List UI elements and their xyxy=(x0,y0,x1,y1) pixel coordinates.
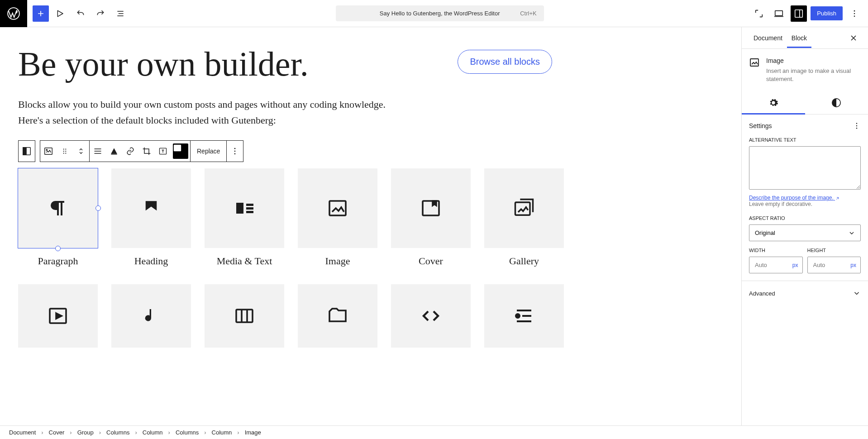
settings-sidebar: Document Block Image Insert an image to … xyxy=(741,27,868,425)
add-block-button[interactable] xyxy=(33,5,49,22)
drag-handle[interactable] xyxy=(57,141,73,162)
svg-point-5 xyxy=(854,15,855,17)
block-label: Image xyxy=(325,255,350,267)
command-shortcut: Ctrl+K xyxy=(520,10,536,17)
svg-point-13 xyxy=(65,150,66,151)
svg-rect-7 xyxy=(23,147,26,155)
tab-block[interactable]: Block xyxy=(787,28,811,48)
svg-rect-23 xyxy=(236,203,243,214)
alt-help-link[interactable]: Describe the purpose of the image. xyxy=(749,195,840,201)
svg-point-9 xyxy=(46,149,47,150)
caption-button[interactable] xyxy=(106,141,122,162)
svg-point-15 xyxy=(65,153,66,153)
svg-rect-33 xyxy=(750,59,758,66)
crop-button[interactable] xyxy=(138,141,155,162)
image-icon xyxy=(749,57,760,83)
close-sidebar-button[interactable] xyxy=(846,31,861,45)
block-card-list[interactable] xyxy=(484,284,564,348)
svg-point-11 xyxy=(65,148,66,149)
wordpress-logo[interactable] xyxy=(0,0,27,27)
svg-point-10 xyxy=(63,148,64,149)
text-overlay-button[interactable] xyxy=(155,141,171,162)
settings-toggle-button[interactable] xyxy=(791,5,807,22)
block-more-button[interactable] xyxy=(227,141,243,162)
tab-document[interactable]: Document xyxy=(749,28,787,48)
block-label: Media & Text xyxy=(217,255,272,267)
svg-point-36 xyxy=(856,125,857,126)
block-card-gallery[interactable]: Gallery xyxy=(484,168,564,267)
block-card-paragraph[interactable]: Paragraph xyxy=(18,168,98,267)
block-label: Paragraph xyxy=(38,255,78,267)
breadcrumb-item[interactable]: Column xyxy=(143,429,163,436)
block-card-heading[interactable]: Heading xyxy=(111,168,191,267)
browse-all-blocks-button[interactable]: Browse all blocks xyxy=(458,50,552,74)
svg-point-32 xyxy=(516,314,520,318)
move-up-down-button[interactable] xyxy=(73,141,89,162)
align-button[interactable] xyxy=(90,141,106,162)
svg-rect-8 xyxy=(45,148,52,154)
svg-rect-31 xyxy=(236,310,253,322)
intro-paragraph-1[interactable]: Blocks allow you to build your own custo… xyxy=(18,97,552,112)
svg-rect-2 xyxy=(795,10,803,17)
more-options-button[interactable] xyxy=(846,5,863,22)
width-label: Width xyxy=(749,248,803,253)
height-unit[interactable]: px xyxy=(850,262,856,268)
page-heading[interactable]: Be your own builder. xyxy=(18,45,309,83)
breadcrumb-item[interactable]: Document xyxy=(9,429,36,436)
settings-more-button[interactable] xyxy=(853,122,861,130)
svg-point-4 xyxy=(854,13,855,14)
breadcrumb-item[interactable]: Columns xyxy=(176,429,199,436)
svg-rect-24 xyxy=(246,204,253,206)
width-unit[interactable]: px xyxy=(792,262,798,268)
svg-rect-1 xyxy=(775,10,783,15)
intro-paragraph-2[interactable]: Here's a selection of the default blocks… xyxy=(18,113,552,128)
block-card-audio[interactable] xyxy=(111,284,191,348)
breadcrumb-item[interactable]: Group xyxy=(77,429,94,436)
block-card-media-text[interactable]: Media & Text xyxy=(205,168,284,267)
block-card-columns[interactable] xyxy=(205,284,284,348)
view-button[interactable] xyxy=(751,5,767,22)
tools-button[interactable] xyxy=(52,5,69,22)
tab-settings-gear[interactable] xyxy=(742,91,805,114)
editor-canvas[interactable]: Be your own builder. Browse all blocks B… xyxy=(0,27,741,425)
block-title: Image xyxy=(766,57,861,64)
alt-text-input[interactable] xyxy=(749,146,861,190)
svg-point-12 xyxy=(63,150,64,151)
undo-button[interactable] xyxy=(72,5,89,22)
breadcrumb-item[interactable]: Cover xyxy=(49,429,65,436)
device-preview-button[interactable] xyxy=(771,5,787,22)
svg-point-21 xyxy=(234,150,236,152)
replace-button[interactable]: Replace xyxy=(191,141,226,162)
aspect-ratio-select[interactable]: Original xyxy=(749,224,861,241)
block-card-image[interactable]: Image xyxy=(298,168,377,267)
breadcrumb-item[interactable]: Image xyxy=(245,429,261,436)
resize-handle-right[interactable] xyxy=(95,205,101,211)
svg-rect-25 xyxy=(246,207,253,210)
block-card-file[interactable] xyxy=(298,284,377,348)
resize-handle-bottom[interactable] xyxy=(55,246,61,251)
block-toolbar: Replace xyxy=(18,140,552,162)
svg-point-35 xyxy=(856,123,857,124)
document-overview-button[interactable] xyxy=(112,5,129,22)
block-type-button[interactable] xyxy=(40,141,57,162)
block-card-video[interactable] xyxy=(18,284,98,348)
duotone-button[interactable] xyxy=(173,143,188,159)
breadcrumb-item[interactable]: Column xyxy=(212,429,232,436)
topbar: Say Hello to Gutenberg, the WordPress Ed… xyxy=(0,0,868,27)
svg-point-20 xyxy=(234,148,236,149)
block-card-cover[interactable]: Cover xyxy=(391,168,471,267)
block-parent-button[interactable] xyxy=(19,141,35,162)
breadcrumb: Document› Cover› Group› Columns› Column›… xyxy=(0,425,868,439)
link-button[interactable] xyxy=(122,141,138,162)
block-card-code[interactable] xyxy=(391,284,471,348)
document-title[interactable]: Say Hello to Gutenberg, the WordPress Ed… xyxy=(336,5,544,21)
aspect-ratio-label: Aspect Ratio xyxy=(749,215,861,221)
tab-styles[interactable] xyxy=(805,91,868,114)
svg-rect-26 xyxy=(246,211,253,213)
svg-point-37 xyxy=(856,128,857,129)
publish-button[interactable]: Publish xyxy=(811,6,843,20)
redo-button[interactable] xyxy=(92,5,109,22)
advanced-panel-toggle[interactable]: Advanced xyxy=(742,281,868,305)
block-label: Gallery xyxy=(509,255,539,267)
breadcrumb-item[interactable]: Columns xyxy=(106,429,129,436)
